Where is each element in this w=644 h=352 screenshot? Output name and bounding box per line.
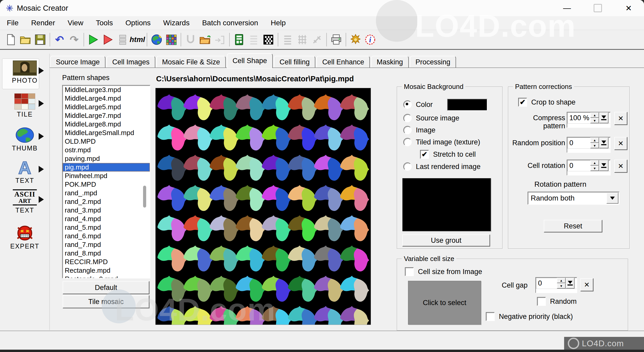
undo-button[interactable]: ↶ (52, 32, 67, 47)
tab[interactable]: Source Image (50, 56, 105, 68)
tab[interactable]: Cell Shape (227, 53, 273, 68)
tab[interactable]: Cell Images (107, 56, 155, 68)
pattern-list-item[interactable]: rand_7.mpd (63, 240, 150, 249)
lines-button[interactable] (280, 32, 295, 47)
clear-button[interactable]: ✕ (614, 160, 627, 173)
spin-slider-track[interactable] (567, 123, 610, 127)
spin-down-button[interactable]: ▼ (590, 166, 599, 171)
pattern-list-item[interactable]: RECCIR.MPD (63, 258, 150, 266)
spin-control[interactable]: 0 ▲ ▼ (567, 137, 611, 153)
tab[interactable]: Masking (371, 56, 409, 68)
render-rows-button[interactable] (115, 32, 130, 47)
cell-size-from-image-checkbox[interactable] (405, 267, 414, 276)
thumb-arrow[interactable] (39, 133, 44, 140)
menu-item[interactable]: Render (25, 16, 61, 30)
pattern-list-item[interactable]: Pinwheel.mpd (63, 172, 150, 180)
spin-up-button[interactable]: ▲ (590, 112, 599, 118)
menu-item[interactable]: Options (119, 16, 157, 30)
menu-item[interactable]: File (0, 16, 25, 30)
crop-to-shape-checkbox[interactable]: ✔ (518, 98, 527, 107)
image-radio[interactable] (403, 126, 412, 134)
click-to-select-button[interactable]: Click to select (408, 281, 481, 325)
default-button[interactable]: Default (63, 281, 149, 294)
pattern-list-item[interactable]: Rectangle_0.mpd (63, 275, 150, 278)
use-grout-button[interactable]: Use grout (402, 234, 490, 246)
pattern-list-item[interactable]: rand_6.mpd (63, 232, 150, 240)
pattern-list-item[interactable]: rand_3.mpd (63, 206, 150, 215)
cell-gap-value[interactable]: 0 (536, 278, 557, 289)
pattern-list-item[interactable]: POK.MPD (63, 180, 150, 189)
source-image-radio[interactable] (403, 114, 412, 122)
spin-slider-track[interactable] (536, 289, 577, 293)
spin-control[interactable]: 0 ▲ ▼ (567, 160, 611, 175)
pattern-list-item[interactable]: rand_5.mpd (63, 223, 150, 232)
dropdown-button[interactable] (606, 193, 618, 204)
cell-gap-spin-control[interactable]: 0 ▲ ▼ (535, 277, 577, 293)
bw-grid-button[interactable] (261, 32, 276, 47)
pattern-list-item[interactable]: rand_8.mpd (63, 249, 150, 258)
pattern-list-item[interactable]: MiddleLargeSmall.mpd (63, 129, 150, 137)
spin-slider-button[interactable] (599, 137, 608, 148)
tab[interactable]: Cell filling (274, 56, 316, 68)
ascii-arrow[interactable] (39, 196, 44, 203)
redo-button[interactable]: ↷ (67, 32, 81, 47)
menu-item[interactable]: Help (264, 16, 292, 30)
clear-button[interactable]: ✕ (614, 137, 627, 150)
last-rendered-radio[interactable] (403, 162, 412, 171)
web-button[interactable] (149, 32, 164, 47)
menu-item[interactable]: Batch conversion (196, 16, 264, 30)
maximize-button[interactable] (582, 0, 613, 16)
mosaic-grid-button[interactable] (164, 32, 179, 47)
spin-up-button[interactable]: ▲ (590, 137, 599, 143)
machine-button[interactable] (232, 32, 246, 47)
magnet-button[interactable] (183, 32, 198, 47)
text-arrow[interactable] (39, 166, 44, 173)
render-fast-button[interactable] (101, 32, 115, 47)
open-file-button[interactable] (18, 32, 33, 47)
pattern-list-item[interactable]: pig.mpd (63, 163, 150, 172)
folder-button[interactable] (198, 32, 212, 47)
spin-slider-track[interactable] (567, 148, 610, 152)
tiled-image-radio[interactable] (403, 138, 412, 146)
render-button[interactable] (86, 32, 101, 47)
pattern-list-item[interactable]: paving.mpd (63, 154, 150, 163)
spin-slider-button[interactable] (599, 160, 608, 171)
tab[interactable]: Mosaic File & Size (156, 56, 226, 68)
spin-value[interactable]: 100 % (567, 112, 590, 123)
spin-down-button[interactable]: ▼ (557, 283, 566, 289)
tab[interactable]: Cell Enhance (316, 56, 370, 68)
cell-gap-clear-button[interactable]: ✕ (580, 278, 593, 291)
clear-button[interactable]: ✕ (614, 112, 627, 125)
listbox-scrollbar-thumb[interactable] (143, 186, 146, 208)
spin-slider-button[interactable] (599, 112, 608, 123)
info-button[interactable]: i (363, 32, 377, 47)
spin-value[interactable]: 0 (567, 160, 590, 171)
settings-button[interactable] (348, 32, 363, 47)
rotation-pattern-dropdown[interactable]: Random both (528, 192, 619, 205)
spin-control[interactable]: 100 % ▲ ▼ (567, 112, 611, 128)
grid-button[interactable] (295, 32, 310, 47)
list-light-button[interactable] (246, 32, 261, 47)
pattern-list-item[interactable]: Rectangle.mpd (63, 266, 150, 275)
spin-down-button[interactable]: ▼ (590, 143, 599, 148)
minimize-button[interactable]: — (552, 0, 582, 16)
pattern-shapes-listbox[interactable]: MiddleLarge3.mpdMiddleLarge4.mpdMiddleLa… (62, 85, 150, 278)
random-checkbox[interactable] (537, 297, 546, 306)
pattern-list-item[interactable]: MiddleLarge8.mpd (63, 120, 150, 129)
negative-priority-checkbox[interactable] (486, 312, 495, 321)
menu-item[interactable]: View (61, 16, 90, 30)
save-button[interactable] (33, 32, 48, 47)
tile-arrow[interactable] (39, 100, 44, 107)
spin-value[interactable]: 0 (567, 137, 590, 148)
reset-button[interactable]: Reset (544, 220, 602, 232)
photo-arrow[interactable] (39, 67, 44, 74)
pattern-list-item[interactable]: rand_4.mpd (63, 215, 150, 223)
spin-slider-button[interactable] (566, 278, 575, 289)
spin-up-button[interactable]: ▲ (590, 160, 599, 166)
menu-item[interactable]: Tools (90, 16, 119, 30)
stretch-to-cell-checkbox[interactable]: ✔ (420, 150, 429, 159)
background-color-swatch[interactable] (447, 99, 487, 111)
pattern-list-item[interactable]: rand_.mpd (63, 189, 150, 197)
pattern-list-item[interactable]: MiddleLarge4.mpd (63, 94, 150, 103)
new-file-button[interactable] (4, 32, 18, 47)
